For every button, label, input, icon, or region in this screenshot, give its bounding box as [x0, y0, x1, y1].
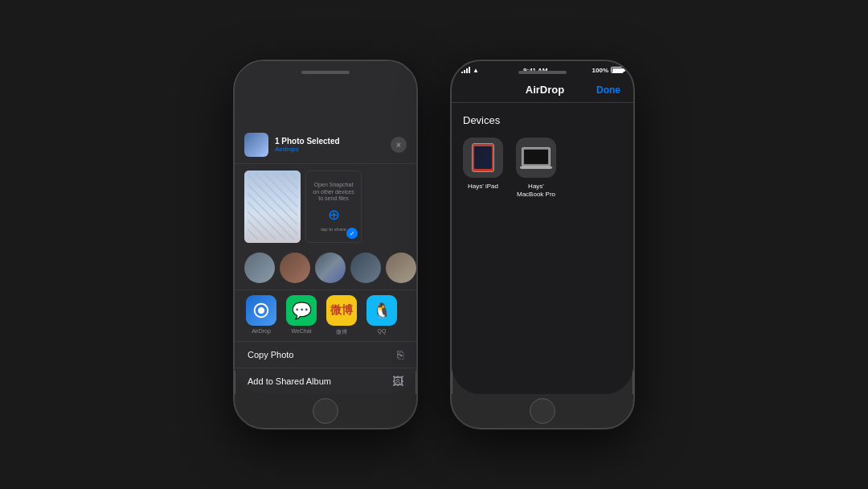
- ipad-screen: [474, 146, 492, 169]
- status-left-2: ▲: [461, 67, 479, 74]
- phone-1: ▲ 9:41 AM 100% 1 Photo Selected Airdrops: [233, 60, 418, 429]
- share-thumbnail: [244, 133, 268, 157]
- copy-photo-action[interactable]: Copy Photo ⎘: [235, 341, 416, 368]
- qq-app-icon: 🐧: [366, 295, 397, 326]
- preview-item-1[interactable]: [244, 171, 301, 243]
- app-item-wechat[interactable]: 💬 WeChat: [285, 295, 318, 336]
- share-title: 1 Photo Selected: [275, 137, 391, 146]
- home-button-area-2: [452, 394, 633, 428]
- share-panel: 1 Photo Selected Airdrops × Open Snapcha…: [235, 125, 416, 394]
- app-item-qq[interactable]: 🐧 QQ: [365, 295, 399, 336]
- device-item-macbook[interactable]: Hays'MacBook Pro: [516, 138, 556, 198]
- devices-label: Devices: [463, 114, 622, 126]
- devices-grid: Hays' iPad Hays'MacBook Pro: [463, 138, 622, 198]
- add-shared-album-label: Add to Shared Album: [248, 376, 331, 386]
- airdrop-app-icon: [246, 295, 276, 326]
- wechat-label: WeChat: [291, 328, 311, 334]
- battery-percent-2: 100%: [592, 67, 608, 74]
- add-shared-album-action[interactable]: Add to Shared Album 🖼: [235, 368, 416, 394]
- airdrop-screen: AirDrop Done Devices Hays' iPad: [452, 77, 633, 394]
- battery-icon-2: [611, 67, 624, 73]
- ipad-device-name: Hays' iPad: [468, 183, 498, 191]
- wifi-icon-2: ▲: [473, 67, 479, 74]
- home-button-area-1: [235, 394, 416, 428]
- macbook-device-name: Hays'MacBook Pro: [517, 183, 555, 198]
- share-subtitle: Airdrops: [275, 146, 391, 153]
- device-icon-ipad: [463, 138, 503, 178]
- people-row: [235, 249, 416, 290]
- time-2: 9:41 AM: [523, 67, 547, 74]
- status-bar-2: ▲ 9:41 AM 100%: [452, 61, 633, 77]
- preview-row: Open Snapchat on other devices to send f…: [235, 164, 416, 249]
- phone-2: ▲ 9:41 AM 100% AirDrop Done Devices: [450, 60, 635, 429]
- person-avatar-4[interactable]: [350, 253, 381, 283]
- signal-icon-2: [461, 67, 470, 73]
- person-avatar-2[interactable]: [280, 253, 310, 283]
- person-avatar-3[interactable]: [315, 253, 346, 283]
- macbook-shape-wrapper: [520, 147, 552, 169]
- weibo-app-icon: 微博: [326, 295, 357, 326]
- preview-item-2[interactable]: Open Snapchat on other devices to send f…: [305, 171, 362, 243]
- share-close-button[interactable]: ×: [391, 137, 407, 153]
- weibo-label: 微博: [336, 328, 347, 336]
- share-title-area: 1 Photo Selected Airdrops: [275, 137, 391, 153]
- app-row: AirDrop 💬 WeChat 微博 微博 🐧 QQ: [235, 290, 416, 341]
- home-button-2[interactable]: [530, 398, 555, 424]
- device-icon-macbook: [516, 138, 556, 178]
- airdrop-done-button[interactable]: Done: [596, 84, 620, 96]
- airdrop-title: AirDrop: [493, 84, 596, 96]
- copy-photo-icon: ⎘: [397, 348, 403, 361]
- macbook-shape: [522, 147, 551, 166]
- phone-1-screen: ▲ 9:41 AM 100% 1 Photo Selected Airdrops: [235, 61, 416, 394]
- airdrop-label: AirDrop: [252, 328, 271, 334]
- person-avatar-5[interactable]: [386, 253, 416, 283]
- macbook-screen: [524, 150, 548, 164]
- add-album-icon: 🖼: [392, 375, 403, 388]
- qq-label: QQ: [378, 328, 387, 334]
- share-header: 1 Photo Selected Airdrops ×: [235, 133, 416, 164]
- phone-2-screen: ▲ 9:41 AM 100% AirDrop Done Devices: [452, 61, 633, 394]
- copy-photo-label: Copy Photo: [248, 350, 293, 360]
- device-item-ipad[interactable]: Hays' iPad: [463, 138, 503, 198]
- airdrop-header: AirDrop Done: [452, 77, 633, 103]
- status-right-2: 100%: [592, 67, 624, 74]
- airdrop-body: Devices Hays' iPad: [452, 103, 633, 394]
- person-avatar-1[interactable]: [244, 253, 275, 283]
- app-item-weibo[interactable]: 微博 微博: [325, 295, 358, 336]
- wechat-app-icon: 💬: [286, 295, 317, 326]
- app-item-airdrop[interactable]: AirDrop: [244, 295, 278, 336]
- ipad-shape: [472, 143, 494, 172]
- home-button-1[interactable]: [313, 398, 338, 424]
- macbook-base: [520, 166, 552, 169]
- preview-check: ✓: [346, 228, 358, 239]
